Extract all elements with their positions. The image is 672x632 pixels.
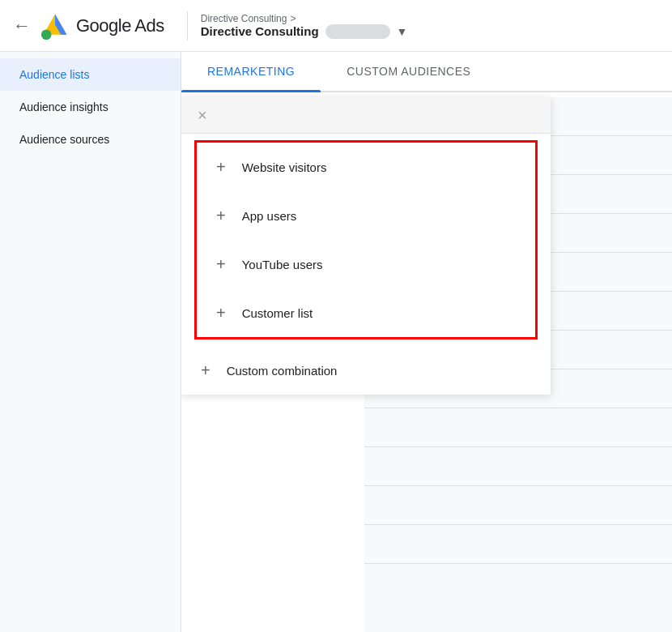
menu-item-website-visitors[interactable]: + Website visitors bbox=[197, 143, 535, 191]
table-row bbox=[364, 408, 672, 447]
menu-item-label: YouTube users bbox=[242, 258, 323, 271]
plus-icon: + bbox=[216, 207, 226, 224]
table-row bbox=[364, 486, 672, 525]
table-row bbox=[364, 447, 672, 486]
account-name[interactable]: Directive Consulting ▼ bbox=[201, 24, 408, 39]
plus-icon: + bbox=[216, 159, 226, 175]
svg-point-2 bbox=[41, 29, 52, 40]
menu-item-label: Website visitors bbox=[242, 160, 327, 174]
plus-icon: + bbox=[201, 362, 211, 378]
account-dropdown-arrow-icon[interactable]: ▼ bbox=[397, 25, 408, 38]
dropdown-header: × bbox=[181, 97, 551, 134]
google-ads-logo-icon bbox=[40, 11, 70, 41]
close-button[interactable]: × bbox=[198, 107, 207, 123]
main-layout: Audience lists Audience insights Audienc… bbox=[0, 52, 672, 632]
tabs-bar: REMARKETING CUSTOM AUDIENCES bbox=[181, 52, 672, 92]
dropdown-panel: × + Website visitors + App users + YouTu… bbox=[181, 97, 551, 395]
sidebar-item-audience-insights[interactable]: Audience insights bbox=[0, 91, 181, 123]
header-divider bbox=[187, 11, 188, 41]
menu-item-label: App users bbox=[242, 209, 297, 223]
menu-item-customer-list[interactable]: + Customer list bbox=[197, 288, 535, 337]
account-info: Directive Consulting > Directive Consult… bbox=[201, 13, 408, 39]
back-button[interactable]: ← bbox=[13, 15, 31, 36]
sidebar: Audience lists Audience insights Audienc… bbox=[0, 52, 181, 632]
menu-item-custom-combination[interactable]: + Custom combination bbox=[181, 346, 551, 395]
menu-item-label: Customer list bbox=[242, 306, 313, 320]
table-row bbox=[364, 525, 672, 564]
menu-item-youtube-users[interactable]: + YouTube users bbox=[197, 240, 535, 288]
plus-icon: + bbox=[216, 256, 226, 272]
logo: Google Ads bbox=[40, 11, 164, 41]
sidebar-item-audience-sources[interactable]: Audience sources bbox=[0, 123, 181, 156]
menu-item-app-users[interactable]: + App users bbox=[197, 191, 535, 240]
account-pill bbox=[325, 24, 390, 39]
plus-icon: + bbox=[216, 305, 226, 321]
main-content: REMARKETING CUSTOM AUDIENCES wn/thank-yo… bbox=[181, 52, 672, 632]
sidebar-item-audience-lists[interactable]: Audience lists bbox=[0, 58, 181, 91]
menu-item-label: Custom combination bbox=[227, 364, 338, 378]
app-header: ← Google Ads Directive Consulting > Dire… bbox=[0, 0, 672, 52]
account-parent: Directive Consulting > bbox=[201, 13, 408, 24]
tab-custom-audiences[interactable]: CUSTOM AUDIENCES bbox=[321, 52, 496, 91]
tab-remarketing[interactable]: REMARKETING bbox=[181, 52, 321, 91]
highlighted-menu-section: + Website visitors + App users + YouTube… bbox=[194, 140, 538, 339]
logo-text: Google Ads bbox=[76, 15, 164, 36]
